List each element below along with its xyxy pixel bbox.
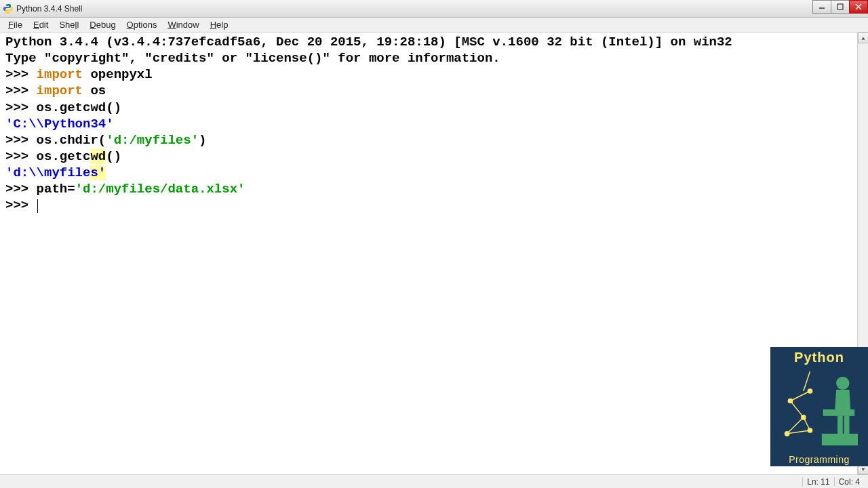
status-line: Ln: 11 xyxy=(802,477,833,487)
shell-text[interactable]: Python 3.4.4 (v3.4.4:737efcadf5a6, Dec 2… xyxy=(0,33,857,215)
keyword-import: import xyxy=(37,83,83,98)
code-text: openpyxl xyxy=(83,67,153,82)
code-text: os.chdir( xyxy=(37,133,106,148)
shell-content-area[interactable]: Python 3.4.4 (v3.4.4:737efcadf5a6, Dec 2… xyxy=(0,33,857,474)
maximize-button[interactable] xyxy=(831,0,850,14)
svg-point-12 xyxy=(788,399,793,404)
code-text: () xyxy=(106,149,121,164)
logo-graphic xyxy=(776,371,863,450)
menu-edit[interactable]: Edit xyxy=(28,18,54,31)
highlighted-text: s' xyxy=(90,165,106,180)
prompt: >>> xyxy=(5,83,37,98)
window-controls xyxy=(813,0,868,14)
scroll-up-button[interactable]: ▲ xyxy=(858,33,868,43)
svg-point-13 xyxy=(808,388,813,394)
highlighted-text: wd xyxy=(90,149,106,164)
svg-point-15 xyxy=(836,377,849,390)
menu-window[interactable]: Window xyxy=(162,18,204,31)
code-text: path= xyxy=(37,182,75,197)
menu-file[interactable]: File xyxy=(3,18,28,31)
svg-line-7 xyxy=(804,371,810,391)
string-literal: 'd:/myfiles' xyxy=(106,133,199,148)
prompt: >>> xyxy=(5,182,37,197)
menu-options[interactable]: Options xyxy=(121,18,163,31)
banner-line-2: Type "copyright", "credits" or "license(… xyxy=(5,51,500,66)
banner-line-1: Python 3.4.4 (v3.4.4:737efcadf5a6, Dec 2… xyxy=(5,35,732,49)
menubar: File Edit Shell Debug Options Window Hel… xyxy=(0,18,868,33)
prompt: >>> xyxy=(5,149,37,164)
minimize-button[interactable] xyxy=(812,0,831,14)
window-title: Python 3.4.4 Shell xyxy=(16,4,82,14)
svg-rect-17 xyxy=(837,416,843,436)
code-text: ) xyxy=(199,133,206,148)
code-text: os.getc xyxy=(37,149,91,164)
prompt: >>> xyxy=(5,67,37,82)
menu-debug[interactable]: Debug xyxy=(84,18,121,31)
python-icon xyxy=(3,3,14,14)
svg-rect-1 xyxy=(837,4,843,9)
text-cursor xyxy=(37,199,38,213)
close-button[interactable] xyxy=(849,0,868,14)
svg-point-14 xyxy=(808,428,813,433)
string-literal: 'd:/myfiles/data.xlsx' xyxy=(75,182,245,197)
titlebar: Python 3.4.4 Shell xyxy=(0,0,868,18)
svg-rect-19 xyxy=(822,434,858,445)
keyword-import: import xyxy=(37,67,83,82)
statusbar: Ln: 11 Col: 4 xyxy=(0,474,868,488)
menu-shell[interactable]: Shell xyxy=(54,18,84,31)
prompt: >>> xyxy=(5,198,37,213)
svg-line-6 xyxy=(790,391,810,401)
code-text: os xyxy=(83,83,106,98)
svg-rect-18 xyxy=(844,416,850,436)
status-col: Col: 4 xyxy=(834,477,864,487)
prompt: >>> xyxy=(5,100,37,115)
code-text: os.getcwd() xyxy=(37,100,121,115)
svg-point-11 xyxy=(801,415,806,420)
logo-text-bottom: Programming xyxy=(770,454,868,465)
prompt: >>> xyxy=(5,133,37,148)
svg-point-10 xyxy=(785,431,790,436)
svg-line-5 xyxy=(790,401,803,418)
python-programming-logo: Python Programming xyxy=(770,347,868,466)
menu-help[interactable]: Help xyxy=(205,18,234,31)
logo-text-top: Python xyxy=(770,347,868,365)
svg-rect-16 xyxy=(823,409,854,416)
output-text: 'd:\\myfile xyxy=(5,165,90,180)
output-text: 'C:\\Python34' xyxy=(5,117,114,131)
